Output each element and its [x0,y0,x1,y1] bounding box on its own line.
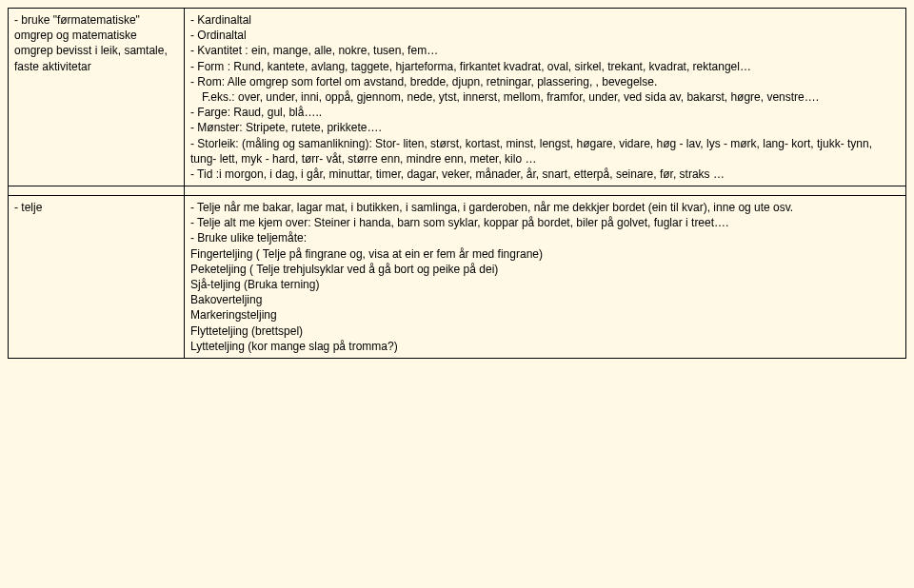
right-line: Markeringsteljing [190,307,900,323]
table-row: - bruke "førmatematiske" omgrep og matem… [9,9,906,186]
table-row: - telje - Telje når me bakar, lagar mat,… [9,196,906,359]
right-cell: - Telje når me bakar, lagar mat, i butik… [185,196,906,359]
right-line: - Mønster: Stripete, rutete, prikkete…. [190,120,900,135]
left-cell [9,186,185,196]
right-line: - Form : Rund, kantete, avlang, taggete,… [190,59,900,74]
right-cell [185,186,906,196]
right-line: - Telje når me bakar, lagar mat, i butik… [190,200,900,215]
right-line: - Kvantitet : ein, mange, alle, nokre, t… [190,43,900,58]
left-cell: - bruke "førmatematiske" omgrep og matem… [9,9,185,186]
right-line: - Farge: Raud, gul, blå….. [190,105,900,120]
right-line: Flytteteljing (brettspel) [190,323,900,339]
left-text: - telje [14,200,178,215]
right-line: - Telje alt me kjem over: Steiner i hand… [190,215,900,230]
document-table: - bruke "førmatematiske" omgrep og matem… [8,8,906,359]
spacer-row [9,186,906,196]
right-line: - Ordinaltal [190,28,900,43]
right-line: - Storleik: (måling og samanlikning): St… [190,136,900,167]
left-cell: - telje [9,196,185,359]
right-line: - Rom: Alle omgrep som fortel om avstand… [190,74,900,89]
left-text: - bruke "førmatematiske" omgrep og matem… [14,12,178,74]
right-line: - Tid :i morgon, i dag, i går, minuttar,… [190,167,900,182]
right-line: Fingerteljing ( Telje på fingrane og, vi… [190,246,900,262]
right-line: F.eks.: over, under, inni, oppå, gjennom… [190,89,900,105]
right-line: Bakoverteljing [190,292,900,307]
right-line: - Kardinaltal [190,12,900,28]
right-line: Peketeljing ( Telje trehjulsyklar ved å … [190,262,900,277]
right-line: Sjå-teljing (Bruka terning) [190,277,900,292]
right-cell: - Kardinaltal - Ordinaltal - Kvantitet :… [185,9,906,186]
right-line: Lytteteljing (kor mange slag på tromma?) [190,339,900,354]
right-line: - Bruke ulike teljemåte: [190,230,900,245]
